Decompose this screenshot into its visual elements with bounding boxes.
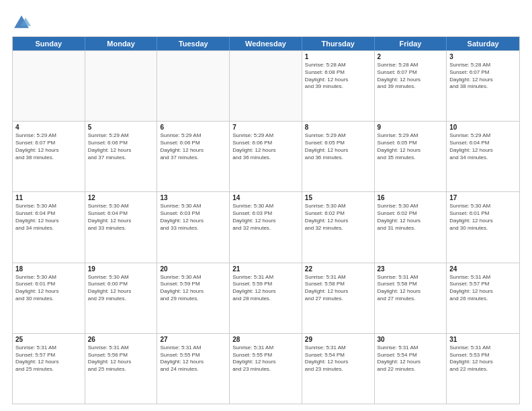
- day-number: 16: [378, 194, 444, 201]
- cal-weekday-friday: Friday: [375, 37, 447, 50]
- day-info: Sunrise: 5:30 AM Sunset: 6:03 PM Dayligh…: [232, 203, 299, 232]
- day-number: 17: [449, 194, 517, 201]
- day-number: 13: [160, 194, 226, 201]
- day-number: 30: [378, 336, 444, 343]
- cal-cell-3-2: 12Sunrise: 5:30 AM Sunset: 6:04 PM Dayli…: [85, 192, 158, 262]
- cal-cell-1-3: [157, 51, 230, 121]
- day-info: Sunrise: 5:31 AM Sunset: 5:54 PM Dayligh…: [378, 345, 444, 373]
- day-number: 9: [378, 124, 444, 131]
- cal-week-2: 4Sunrise: 5:29 AM Sunset: 6:07 PM Daylig…: [13, 121, 519, 191]
- cal-cell-3-7: 17Sunrise: 5:30 AM Sunset: 6:01 PM Dayli…: [447, 192, 519, 262]
- day-info: Sunrise: 5:30 AM Sunset: 6:00 PM Dayligh…: [88, 274, 154, 303]
- day-info: Sunrise: 5:31 AM Sunset: 5:55 PM Dayligh…: [232, 345, 299, 373]
- cal-cell-5-6: 30Sunrise: 5:31 AM Sunset: 5:54 PM Dayli…: [375, 334, 447, 404]
- day-info: Sunrise: 5:31 AM Sunset: 5:58 PM Dayligh…: [305, 274, 371, 303]
- logo: [12, 13, 34, 32]
- cal-cell-3-4: 14Sunrise: 5:30 AM Sunset: 6:03 PM Dayli…: [230, 192, 302, 262]
- cal-cell-4-2: 19Sunrise: 5:30 AM Sunset: 6:00 PM Dayli…: [85, 263, 158, 333]
- day-info: Sunrise: 5:28 AM Sunset: 6:07 PM Dayligh…: [378, 62, 444, 91]
- day-number: 14: [232, 194, 299, 201]
- day-number: 21: [232, 265, 299, 273]
- day-info: Sunrise: 5:29 AM Sunset: 6:04 PM Dayligh…: [449, 132, 517, 161]
- day-number: 18: [15, 265, 82, 273]
- cal-cell-3-6: 16Sunrise: 5:30 AM Sunset: 6:02 PM Dayli…: [375, 192, 447, 262]
- day-info: Sunrise: 5:31 AM Sunset: 5:53 PM Dayligh…: [449, 345, 517, 373]
- day-number: 26: [88, 336, 154, 343]
- day-info: Sunrise: 5:30 AM Sunset: 5:59 PM Dayligh…: [160, 274, 226, 303]
- day-info: Sunrise: 5:29 AM Sunset: 6:07 PM Dayligh…: [15, 132, 82, 161]
- day-number: 20: [160, 265, 226, 273]
- cal-cell-2-3: 6Sunrise: 5:29 AM Sunset: 6:06 PM Daylig…: [157, 122, 230, 191]
- cal-weekday-saturday: Saturday: [447, 37, 519, 50]
- cal-cell-4-7: 24Sunrise: 5:31 AM Sunset: 5:57 PM Dayli…: [447, 263, 519, 333]
- day-info: Sunrise: 5:28 AM Sunset: 6:07 PM Dayligh…: [449, 62, 517, 91]
- day-number: 1: [305, 53, 371, 60]
- day-info: Sunrise: 5:31 AM Sunset: 5:58 PM Dayligh…: [378, 274, 444, 303]
- cal-cell-5-1: 25Sunrise: 5:31 AM Sunset: 5:57 PM Dayli…: [13, 334, 85, 404]
- cal-cell-2-5: 8Sunrise: 5:29 AM Sunset: 6:05 PM Daylig…: [302, 122, 375, 191]
- cal-weekday-tuesday: Tuesday: [157, 37, 230, 50]
- day-info: Sunrise: 5:28 AM Sunset: 6:08 PM Dayligh…: [305, 62, 371, 91]
- cal-cell-1-5: 1Sunrise: 5:28 AM Sunset: 6:08 PM Daylig…: [302, 51, 375, 121]
- cal-cell-4-3: 20Sunrise: 5:30 AM Sunset: 5:59 PM Dayli…: [157, 263, 230, 333]
- cal-week-1: 1Sunrise: 5:28 AM Sunset: 6:08 PM Daylig…: [13, 50, 519, 121]
- cal-cell-5-3: 27Sunrise: 5:31 AM Sunset: 5:55 PM Dayli…: [157, 334, 230, 404]
- calendar-body: 1Sunrise: 5:28 AM Sunset: 6:08 PM Daylig…: [13, 50, 519, 404]
- day-number: 28: [232, 336, 299, 343]
- day-number: 5: [88, 124, 154, 131]
- cal-cell-2-7: 10Sunrise: 5:29 AM Sunset: 6:04 PM Dayli…: [447, 122, 519, 191]
- day-number: 4: [15, 124, 82, 131]
- day-info: Sunrise: 5:29 AM Sunset: 6:06 PM Dayligh…: [160, 132, 226, 161]
- cal-cell-2-2: 5Sunrise: 5:29 AM Sunset: 6:06 PM Daylig…: [85, 122, 158, 191]
- day-number: 3: [449, 53, 517, 60]
- day-number: 11: [15, 194, 82, 201]
- day-info: Sunrise: 5:30 AM Sunset: 6:02 PM Dayligh…: [305, 203, 371, 232]
- cal-cell-5-5: 29Sunrise: 5:31 AM Sunset: 5:54 PM Dayli…: [302, 334, 375, 404]
- day-number: 8: [305, 124, 371, 131]
- cal-cell-3-5: 15Sunrise: 5:30 AM Sunset: 6:02 PM Dayli…: [302, 192, 375, 262]
- cal-weekday-wednesday: Wednesday: [230, 37, 302, 50]
- day-info: Sunrise: 5:29 AM Sunset: 6:06 PM Dayligh…: [88, 132, 154, 161]
- cal-week-3: 11Sunrise: 5:30 AM Sunset: 6:04 PM Dayli…: [13, 191, 519, 262]
- cal-week-4: 18Sunrise: 5:30 AM Sunset: 6:01 PM Dayli…: [13, 263, 519, 333]
- day-info: Sunrise: 5:30 AM Sunset: 6:01 PM Dayligh…: [15, 274, 82, 303]
- day-info: Sunrise: 5:30 AM Sunset: 6:02 PM Dayligh…: [378, 203, 444, 232]
- day-number: 10: [449, 124, 517, 131]
- day-number: 12: [88, 194, 154, 201]
- cal-cell-1-4: [230, 51, 302, 121]
- cal-cell-4-6: 23Sunrise: 5:31 AM Sunset: 5:58 PM Dayli…: [375, 263, 447, 333]
- cal-cell-2-1: 4Sunrise: 5:29 AM Sunset: 6:07 PM Daylig…: [13, 122, 85, 191]
- day-number: 2: [378, 53, 444, 60]
- day-info: Sunrise: 5:30 AM Sunset: 6:04 PM Dayligh…: [88, 203, 154, 232]
- logo-icon: [12, 13, 31, 32]
- day-number: 7: [232, 124, 299, 131]
- day-number: 23: [378, 265, 444, 273]
- day-number: 19: [88, 265, 154, 273]
- day-number: 25: [15, 336, 82, 343]
- day-info: Sunrise: 5:31 AM Sunset: 5:57 PM Dayligh…: [15, 345, 82, 373]
- cal-cell-5-7: 31Sunrise: 5:31 AM Sunset: 5:53 PM Dayli…: [447, 334, 519, 404]
- cal-cell-4-4: 21Sunrise: 5:31 AM Sunset: 5:59 PM Dayli…: [230, 263, 302, 333]
- day-number: 31: [449, 336, 517, 343]
- cal-cell-5-2: 26Sunrise: 5:31 AM Sunset: 5:56 PM Dayli…: [85, 334, 158, 404]
- cal-cell-1-7: 3Sunrise: 5:28 AM Sunset: 6:07 PM Daylig…: [447, 51, 519, 121]
- day-info: Sunrise: 5:30 AM Sunset: 6:04 PM Dayligh…: [15, 203, 82, 232]
- cal-cell-1-2: [85, 51, 158, 121]
- day-info: Sunrise: 5:31 AM Sunset: 5:57 PM Dayligh…: [449, 274, 517, 303]
- cal-weekday-sunday: Sunday: [13, 37, 85, 50]
- cal-cell-2-4: 7Sunrise: 5:29 AM Sunset: 6:06 PM Daylig…: [230, 122, 302, 191]
- calendar: SundayMondayTuesdayWednesdayThursdayFrid…: [12, 36, 520, 404]
- day-number: 6: [160, 124, 226, 131]
- cal-cell-5-4: 28Sunrise: 5:31 AM Sunset: 5:55 PM Dayli…: [230, 334, 302, 404]
- day-info: Sunrise: 5:31 AM Sunset: 5:55 PM Dayligh…: [160, 345, 226, 373]
- day-number: 22: [305, 265, 371, 273]
- cal-weekday-thursday: Thursday: [302, 37, 375, 50]
- header: [12, 11, 520, 32]
- cal-cell-4-5: 22Sunrise: 5:31 AM Sunset: 5:58 PM Dayli…: [302, 263, 375, 333]
- cal-cell-1-1: [13, 51, 85, 121]
- cal-cell-2-6: 9Sunrise: 5:29 AM Sunset: 6:05 PM Daylig…: [375, 122, 447, 191]
- day-number: 27: [160, 336, 226, 343]
- day-info: Sunrise: 5:29 AM Sunset: 6:05 PM Dayligh…: [378, 132, 444, 161]
- cal-cell-4-1: 18Sunrise: 5:30 AM Sunset: 6:01 PM Dayli…: [13, 263, 85, 333]
- day-number: 15: [305, 194, 371, 201]
